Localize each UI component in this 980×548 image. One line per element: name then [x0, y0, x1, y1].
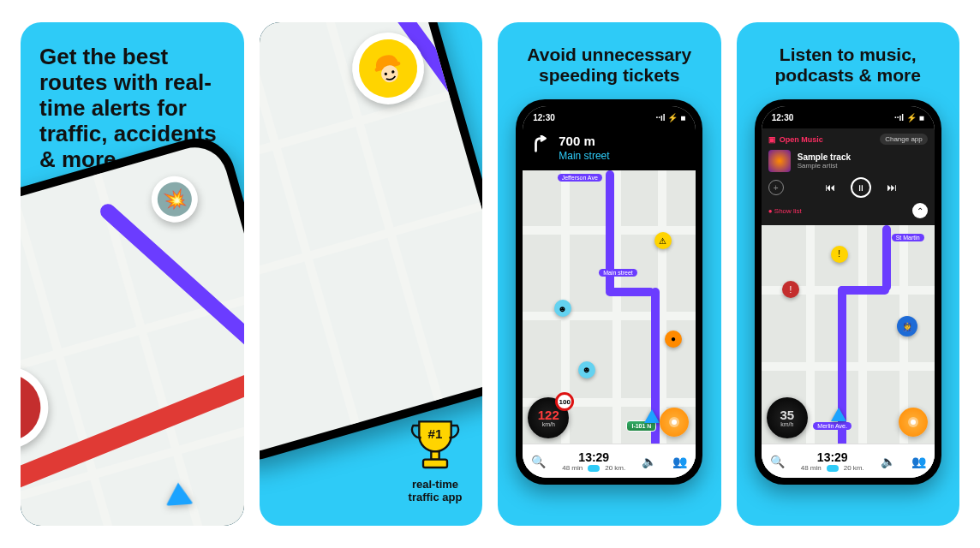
svg-point-12 [672, 420, 677, 425]
hazard-pin[interactable]: ! [831, 246, 848, 263]
eta-mins: 48 min [562, 464, 583, 472]
report-button[interactable] [660, 408, 689, 437]
svg-rect-9 [423, 460, 447, 468]
music-provider[interactable]: ▣ Open Music [768, 135, 823, 144]
search-icon[interactable]: 🔍 [531, 455, 546, 468]
street-label: Jefferson Ave [558, 174, 602, 182]
slide-3: Avoid unnecessary speeding tickets 12:30… [498, 22, 721, 526]
phone-notch [569, 106, 649, 125]
nav-cursor-icon [164, 482, 194, 506]
status-time: 12:30 [772, 113, 794, 122]
prev-track-button[interactable]: ⏮ [825, 182, 835, 194]
album-art-icon [768, 150, 791, 172]
current-speed: 122 [538, 408, 559, 421]
report-icon [905, 414, 921, 430]
report-button[interactable] [899, 408, 928, 437]
speedometer-widget[interactable]: 35 km/h [767, 397, 808, 438]
trophy-badge: #1 real-time traffic app [405, 414, 465, 503]
status-indicators-icon: ··ıl ⚡ ■ [894, 113, 924, 122]
slide-4-title: Listen to music, podcasts & more [737, 22, 960, 86]
slide-1: Get the best routes with real-time alert… [21, 22, 244, 526]
svg-text:#1: #1 [428, 427, 443, 442]
add-track-button[interactable]: + [768, 180, 784, 195]
wazer-avatar-icon[interactable]: ☻ [554, 300, 571, 317]
hazard-pin[interactable]: ● [665, 331, 682, 348]
eta-mins: 48 min [801, 464, 822, 472]
carpool-icon[interactable]: 👥 [672, 455, 687, 468]
collapse-button[interactable]: ⌃ [912, 203, 928, 218]
wazer-avatar-icon[interactable]: ☻ [578, 361, 595, 378]
status-indicators-icon: ··ıl ⚡ ■ [656, 113, 686, 122]
music-app-icon: ▣ [768, 135, 776, 144]
hazard-pin[interactable]: ! [782, 281, 799, 298]
nav-cursor-icon [644, 409, 660, 423]
report-icon [666, 414, 682, 430]
eta-time: 13:29 [562, 450, 625, 464]
route-chip-icon [827, 465, 839, 472]
police-pin-icon[interactable]: 👮 [897, 316, 917, 337]
eta-distance: 20 km. [605, 464, 625, 472]
search-icon[interactable]: 🔍 [770, 455, 785, 468]
slide-2: #1 real-time traffic app [260, 22, 483, 526]
speed-unit: km/h [780, 421, 793, 427]
svg-rect-8 [431, 452, 439, 460]
street-label: Merlin Ave. [813, 422, 852, 430]
eta-panel[interactable]: 13:29 48 min 20 km. [562, 450, 625, 472]
eta-time: 13:29 [801, 450, 864, 464]
map-screen [260, 22, 483, 459]
phone-notch [808, 106, 888, 125]
trophy-icon: #1 [405, 414, 465, 474]
app-store-screenshot-gallery: Get the best routes with real-time alert… [0, 0, 980, 548]
track-artist: Sample artist [798, 162, 851, 170]
play-pause-button[interactable]: ⏸ [851, 177, 871, 198]
next-track-button[interactable]: ⏭ [887, 182, 897, 194]
hazard-pin[interactable]: ⚠ [654, 232, 672, 249]
construction-worker-icon [352, 33, 424, 104]
speed-limit-sign: 100 [555, 392, 574, 411]
sound-icon[interactable]: 🔈 [642, 455, 656, 468]
nav-distance: 700 m [559, 134, 609, 148]
speed-unit: km/h [542, 421, 555, 427]
show-list-button[interactable]: ● Show list [768, 207, 802, 215]
change-app-button[interactable]: Change app [880, 134, 928, 145]
carpool-icon[interactable]: 👥 [911, 455, 926, 468]
current-speed: 35 [780, 408, 794, 421]
slide-4: Listen to music, podcasts & more 12:30 ·… [737, 22, 960, 526]
phone-mock-tilted: 💥 [21, 129, 244, 526]
hazard-pin-traffic [21, 357, 58, 459]
turn-right-arrow-icon [531, 135, 550, 154]
route-chip-icon [588, 465, 600, 472]
status-time: 12:30 [533, 113, 555, 122]
eta-distance: 20 km. [844, 464, 864, 472]
sound-icon[interactable]: 🔈 [881, 455, 895, 468]
crash-icon: 💥 [153, 178, 195, 220]
phone-mock: 12:30 ··ıl ⚡ ■ 700 m Main street [516, 99, 702, 485]
trophy-caption: real-time traffic app [409, 479, 463, 503]
map-screen: 💥 [21, 140, 244, 526]
track-title: Sample track [798, 152, 851, 162]
phone-mock-tilted [260, 22, 483, 469]
map-view[interactable]: Jefferson Ave Main street ☻ ☻ ⚠ ● I-101 … [523, 170, 696, 478]
slide-3-title: Avoid unnecessary speeding tickets [498, 22, 721, 86]
svg-point-14 [911, 420, 916, 425]
eta-panel[interactable]: 13:29 48 min 20 km. [801, 450, 864, 472]
street-label: St Martin [892, 234, 924, 241]
nav-street: Main street [559, 150, 609, 162]
phone-mock: 12:30 ··ıl ⚡ ■ ▣ Open Music Change app [755, 99, 941, 485]
nav-direction-panel[interactable]: 700 m Main street [523, 128, 696, 170]
music-player-panel: ▣ Open Music Change app Sample track Sam… [762, 128, 935, 225]
nav-cursor-icon [831, 408, 846, 421]
hazard-pin-crash: 💥 [146, 170, 203, 228]
street-label: Main street [599, 269, 637, 277]
traffic-icon [21, 366, 49, 449]
map-view[interactable]: St Martin Merlin Ave. ! ! 👮 35 km/h [762, 225, 935, 478]
